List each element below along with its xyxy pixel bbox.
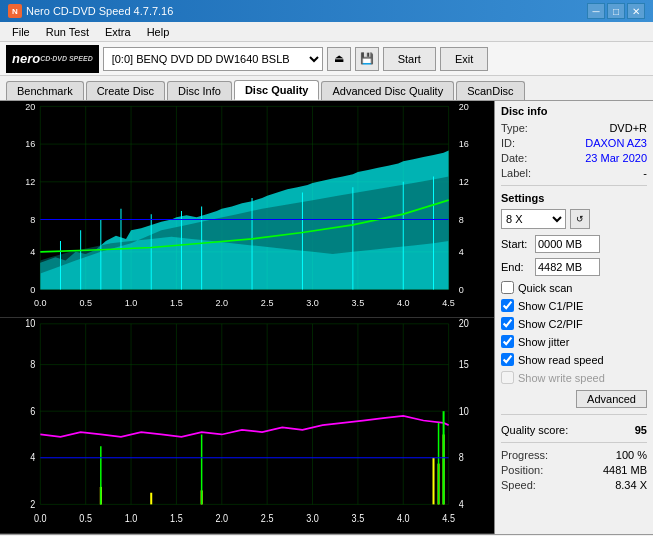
disc-date-value: 23 Mar 2020: [585, 152, 647, 164]
maximize-button[interactable]: □: [607, 3, 625, 19]
svg-text:4.0: 4.0: [397, 512, 410, 524]
speed-display-row: Speed: 8.34 X: [501, 479, 647, 491]
svg-text:8: 8: [30, 358, 36, 370]
menu-extra[interactable]: Extra: [97, 24, 139, 40]
start-input[interactable]: [535, 235, 600, 253]
svg-text:3.0: 3.0: [306, 296, 319, 307]
disc-type-value: DVD+R: [609, 122, 647, 134]
quick-scan-row: Quick scan: [501, 281, 647, 294]
menu-help[interactable]: Help: [139, 24, 178, 40]
svg-text:8: 8: [459, 451, 465, 463]
progress-row: Progress: 100 %: [501, 449, 647, 461]
title-bar: N Nero CD-DVD Speed 4.7.7.16 ─ □ ✕: [0, 0, 653, 22]
svg-text:3.0: 3.0: [306, 512, 319, 524]
disc-type-label: Type:: [501, 122, 528, 134]
disc-id-label: ID:: [501, 137, 515, 149]
svg-text:4: 4: [30, 451, 36, 463]
menu-file[interactable]: File: [4, 24, 38, 40]
show-c2pif-checkbox[interactable]: [501, 317, 514, 330]
tab-advanced-disc-quality[interactable]: Advanced Disc Quality: [321, 81, 454, 100]
close-button[interactable]: ✕: [627, 3, 645, 19]
minimize-button[interactable]: ─: [587, 3, 605, 19]
start-button[interactable]: Start: [383, 47, 436, 71]
exit-button[interactable]: Exit: [440, 47, 488, 71]
show-jitter-checkbox[interactable]: [501, 335, 514, 348]
show-write-speed-checkbox[interactable]: [501, 371, 514, 384]
svg-text:2.0: 2.0: [215, 296, 228, 307]
svg-text:16: 16: [459, 138, 469, 149]
toolbar: nero CD·DVD SPEED [0:0] BENQ DVD DD DW16…: [0, 42, 653, 76]
show-write-speed-label: Show write speed: [518, 372, 605, 384]
svg-text:1.0: 1.0: [125, 512, 138, 524]
main-content: 20 16 12 8 4 0 20 16 12 8 4 0 0.0 0.5 1.…: [0, 101, 653, 534]
side-panel: Disc info Type: DVD+R ID: DAXON AZ3 Date…: [495, 101, 653, 534]
speed-display-value: 8.34 X: [615, 479, 647, 491]
svg-text:3.5: 3.5: [352, 296, 365, 307]
title-bar-controls: ─ □ ✕: [587, 3, 645, 19]
svg-text:1.5: 1.5: [170, 296, 183, 307]
position-label: Position:: [501, 464, 543, 476]
svg-text:0.5: 0.5: [79, 296, 92, 307]
eject-icon-btn[interactable]: ⏏: [327, 47, 351, 71]
svg-text:20: 20: [459, 318, 470, 329]
speed-select[interactable]: 8 X Maximum 4 X 12 X: [501, 209, 566, 229]
chart-pi-failures: 10 8 6 4 2 20 15 10 8 4 0.0 0.5 1.0 1.5 …: [0, 318, 494, 535]
divider-3: [501, 442, 647, 443]
show-write-speed-row: Show write speed: [501, 371, 647, 384]
disc-type-row: Type: DVD+R: [501, 122, 647, 134]
show-c1pie-label: Show C1/PIE: [518, 300, 583, 312]
show-read-speed-row: Show read speed: [501, 353, 647, 366]
tab-disc-quality[interactable]: Disc Quality: [234, 80, 320, 100]
show-c1pie-checkbox[interactable]: [501, 299, 514, 312]
svg-text:2.5: 2.5: [261, 296, 274, 307]
show-read-speed-checkbox[interactable]: [501, 353, 514, 366]
disc-date-label: Date:: [501, 152, 527, 164]
quick-scan-checkbox[interactable]: [501, 281, 514, 294]
end-label: End:: [501, 261, 531, 273]
svg-text:15: 15: [459, 358, 470, 370]
svg-text:0.0: 0.0: [34, 296, 47, 307]
quality-score-row: Quality score: 95: [501, 424, 647, 436]
menu-run-test[interactable]: Run Test: [38, 24, 97, 40]
end-input[interactable]: [535, 258, 600, 276]
charts-area: 20 16 12 8 4 0 20 16 12 8 4 0 0.0 0.5 1.…: [0, 101, 495, 534]
start-mb-row: Start:: [501, 235, 647, 253]
svg-text:4.0: 4.0: [397, 296, 410, 307]
svg-text:1.5: 1.5: [170, 512, 183, 524]
svg-text:0: 0: [30, 284, 35, 295]
chart2-svg: 10 8 6 4 2 20 15 10 8 4 0.0 0.5 1.0 1.5 …: [0, 318, 494, 534]
menu-bar: File Run Test Extra Help: [0, 22, 653, 42]
tab-disc-info[interactable]: Disc Info: [167, 81, 232, 100]
speed-display-label: Speed:: [501, 479, 536, 491]
svg-text:20: 20: [459, 101, 469, 112]
app-icon: N: [8, 4, 22, 18]
drive-select[interactable]: [0:0] BENQ DVD DD DW1640 BSLB: [103, 47, 323, 71]
svg-text:8: 8: [459, 213, 464, 224]
svg-text:6: 6: [30, 405, 36, 417]
svg-text:0.0: 0.0: [34, 512, 47, 524]
save-icon-btn[interactable]: 💾: [355, 47, 379, 71]
svg-text:2: 2: [30, 498, 35, 510]
disc-label-row: Label: -: [501, 167, 647, 179]
svg-text:10: 10: [459, 405, 470, 417]
disc-id-row: ID: DAXON AZ3: [501, 137, 647, 149]
svg-text:4.5: 4.5: [442, 296, 455, 307]
svg-text:1.0: 1.0: [125, 296, 138, 307]
tab-scandisc[interactable]: ScanDisc: [456, 81, 524, 100]
svg-text:10: 10: [25, 318, 36, 329]
tab-benchmark[interactable]: Benchmark: [6, 81, 84, 100]
show-c2pif-label: Show C2/PIF: [518, 318, 583, 330]
svg-text:3.5: 3.5: [352, 512, 365, 524]
show-c1pie-row: Show C1/PIE: [501, 299, 647, 312]
advanced-button[interactable]: Advanced: [576, 390, 647, 408]
show-c2pif-row: Show C2/PIF: [501, 317, 647, 330]
disc-label-label: Label:: [501, 167, 531, 179]
chart1-svg: 20 16 12 8 4 0 20 16 12 8 4 0 0.0 0.5 1.…: [0, 101, 494, 317]
speed-refresh-btn[interactable]: ↺: [570, 209, 590, 229]
svg-text:4: 4: [459, 246, 464, 257]
svg-text:12: 12: [459, 176, 469, 187]
tab-bar: Benchmark Create Disc Disc Info Disc Qua…: [0, 76, 653, 101]
quality-score-value: 95: [635, 424, 647, 436]
tab-create-disc[interactable]: Create Disc: [86, 81, 165, 100]
divider-2: [501, 414, 647, 415]
